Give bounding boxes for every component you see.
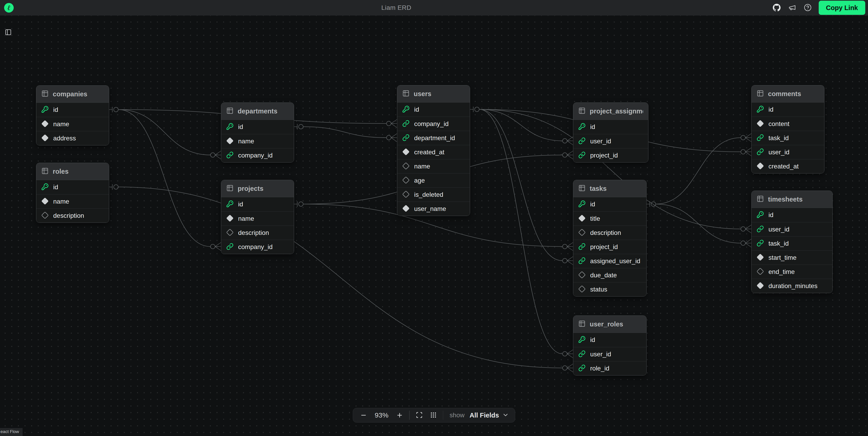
- table-node-user-roles[interactable]: user_rolesiduser_idrole_id: [573, 315, 647, 375]
- table-node-comments[interactable]: commentsidcontenttask_iduser_idcreated_a…: [751, 85, 825, 174]
- not-null-icon: [41, 197, 49, 206]
- nullable-icon: [578, 271, 586, 279]
- fields-filter-select[interactable]: All Fields: [470, 412, 509, 419]
- field-row[interactable]: user_name: [397, 201, 470, 216]
- field-row[interactable]: is_deleted: [397, 187, 470, 201]
- field-row[interactable]: duration_minutes: [751, 279, 832, 293]
- nullable-icon: [402, 191, 410, 199]
- field-row[interactable]: id: [36, 180, 109, 194]
- table-header: roles: [36, 163, 109, 180]
- field-row[interactable]: task_id: [751, 131, 824, 145]
- field-row[interactable]: company_id: [221, 148, 294, 162]
- sidebar-toggle-button[interactable]: [4, 28, 13, 37]
- zoom-in-button[interactable]: [395, 411, 404, 420]
- table-icon: [402, 90, 410, 98]
- table-node-roles[interactable]: rolesidnamedescription: [36, 163, 109, 223]
- field-name: name: [53, 198, 69, 205]
- field-row[interactable]: description: [573, 225, 646, 240]
- table-node-timesheets[interactable]: timesheetsiduser_idtask_idstart_timeend_…: [751, 191, 833, 293]
- liam-logo[interactable]: ℓ: [4, 3, 14, 12]
- field-row[interactable]: title: [573, 211, 646, 225]
- field-row[interactable]: id: [573, 197, 646, 211]
- help-button[interactable]: [803, 3, 812, 12]
- table-node-projects[interactable]: projectsidnamedescriptioncompany_id: [221, 180, 294, 254]
- field-row[interactable]: assigned_user_id: [573, 254, 646, 268]
- react-flow-attribution[interactable]: eact Flow: [0, 428, 23, 436]
- field-row[interactable]: user_id: [573, 134, 648, 148]
- field-row[interactable]: address: [36, 131, 109, 145]
- field-row[interactable]: status: [573, 282, 646, 296]
- field-row[interactable]: id: [751, 208, 832, 222]
- table-title: projects: [238, 185, 264, 192]
- help-icon: [804, 4, 812, 12]
- field-row[interactable]: user_id: [573, 347, 646, 361]
- field-row[interactable]: created_at: [397, 145, 470, 159]
- table-node-users[interactable]: usersidcompany_iddepartment_idcreated_at…: [397, 85, 470, 216]
- not-null-icon: [578, 215, 586, 223]
- table-title: roles: [53, 168, 68, 175]
- zoom-out-button[interactable]: [359, 411, 368, 420]
- field-row[interactable]: task_id: [751, 236, 832, 250]
- field-name: id: [769, 211, 773, 219]
- field-row[interactable]: project_id: [573, 240, 646, 254]
- not-null-icon: [226, 215, 234, 223]
- field-row[interactable]: name: [221, 211, 294, 225]
- field-name: due_date: [590, 272, 617, 279]
- field-row[interactable]: company_id: [221, 240, 294, 254]
- field-name: user_id: [769, 226, 789, 233]
- field-row[interactable]: created_at: [751, 159, 824, 173]
- table-header: companies: [36, 86, 109, 103]
- field-name: is_deleted: [414, 191, 443, 198]
- field-row[interactable]: id: [751, 102, 824, 117]
- field-row[interactable]: due_date: [573, 268, 646, 282]
- fit-view-button[interactable]: [414, 411, 424, 420]
- erd-canvas[interactable]: [0, 15, 868, 436]
- panel-left-icon: [5, 33, 12, 36]
- app-header: ℓ Liam ERD Copy Link: [0, 0, 868, 15]
- field-row[interactable]: department_id: [397, 131, 470, 145]
- foreign-key-icon: [578, 137, 586, 146]
- primary-key-icon: [756, 211, 764, 219]
- copy-link-button[interactable]: Copy Link: [819, 1, 865, 15]
- field-row[interactable]: id: [573, 333, 646, 347]
- field-name: assigned_user_id: [590, 257, 640, 265]
- github-button[interactable]: [772, 3, 781, 12]
- field-row[interactable]: description: [221, 225, 294, 240]
- tidy-up-button[interactable]: [429, 411, 438, 420]
- field-row[interactable]: id: [397, 102, 470, 117]
- field-row[interactable]: role_id: [573, 361, 646, 375]
- field-name: user_id: [590, 351, 611, 358]
- announcements-button[interactable]: [788, 3, 797, 12]
- table-node-companies[interactable]: companiesidnameaddress: [36, 85, 109, 146]
- field-row[interactable]: project_id: [573, 148, 648, 162]
- field-row[interactable]: start_time: [751, 250, 832, 264]
- table-icon: [756, 195, 764, 204]
- field-row[interactable]: description: [36, 209, 109, 223]
- field-row[interactable]: id: [573, 120, 648, 134]
- field-row[interactable]: id: [221, 197, 294, 211]
- table-node-departments[interactable]: departmentsidnamecompany_id: [221, 102, 294, 162]
- field-row[interactable]: age: [397, 173, 470, 187]
- field-name: company_id: [238, 243, 273, 251]
- nullable-icon: [578, 285, 586, 293]
- field-name: description: [238, 229, 269, 237]
- field-row[interactable]: content: [751, 117, 824, 131]
- field-row[interactable]: user_id: [751, 145, 824, 159]
- field-row[interactable]: name: [36, 194, 109, 209]
- foreign-key-icon: [578, 350, 586, 359]
- table-node-project-assignme-[interactable]: project_assignme...iduser_idproject_id: [573, 102, 648, 162]
- megaphone-icon: [788, 4, 796, 12]
- table-node-tasks[interactable]: tasksidtitledescriptionproject_idassigne…: [573, 180, 647, 297]
- field-row[interactable]: name: [221, 134, 294, 148]
- field-name: user_id: [590, 138, 611, 145]
- field-row[interactable]: id: [36, 103, 109, 117]
- table-title: users: [414, 90, 431, 98]
- field-name: name: [414, 163, 430, 170]
- field-row[interactable]: name: [397, 159, 470, 173]
- field-row[interactable]: company_id: [397, 117, 470, 131]
- field-row[interactable]: end_time: [751, 264, 832, 279]
- field-row[interactable]: id: [221, 120, 294, 134]
- field-row[interactable]: name: [36, 117, 109, 131]
- field-row[interactable]: user_id: [751, 222, 832, 236]
- table-header: departments: [221, 103, 294, 120]
